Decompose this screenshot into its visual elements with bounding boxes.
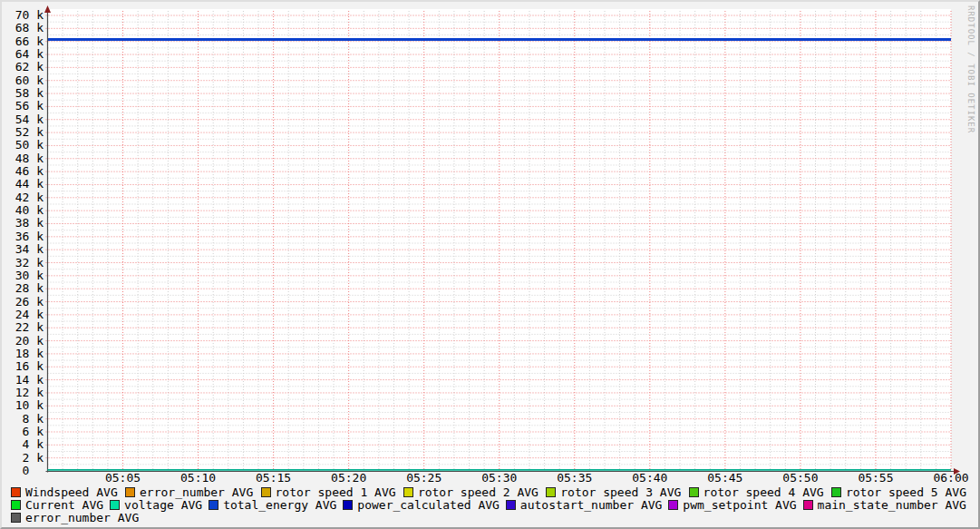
y-tick-label: 44 k xyxy=(15,177,44,191)
y-tick-label: 0 xyxy=(23,464,30,477)
x-tick-label: 05:25 xyxy=(406,471,441,485)
y-tick-label: 42 k xyxy=(15,191,44,204)
legend-color-swatch xyxy=(11,513,21,523)
x-tick-label: 05:35 xyxy=(557,471,592,485)
legend-label: rotor speed 1 AVG xyxy=(276,486,396,498)
legend-item: rotor speed 5 AVG xyxy=(831,486,966,498)
y-tick-label: 38 k xyxy=(15,216,44,230)
legend-color-swatch xyxy=(110,500,120,510)
legend-item: rotor speed 3 AVG xyxy=(546,486,681,498)
legend-color-swatch xyxy=(803,500,813,510)
y-tick-label: 18 k xyxy=(15,347,44,360)
legend-label: error_number AVG xyxy=(25,512,139,524)
legend-color-swatch xyxy=(11,500,21,510)
y-tick-label: 48 k xyxy=(15,152,44,165)
legend-item: voltage AVG xyxy=(110,499,202,511)
x-tick-label: 05:20 xyxy=(331,471,366,485)
y-tick-label: 4 k xyxy=(23,437,44,451)
y-tick-label: 58 k xyxy=(15,86,44,100)
legend-item: power_calculated AVG xyxy=(343,499,500,511)
legend-color-swatch xyxy=(261,487,271,497)
rrdtool-watermark: RRDTOOL / TOBI OETIKER xyxy=(966,5,975,133)
legend-label: error_number AVG xyxy=(140,486,253,498)
legend-color-swatch xyxy=(831,487,841,497)
x-tick-label: 05:55 xyxy=(858,471,893,485)
legend-color-swatch xyxy=(11,487,21,497)
legend-label: Windspeed AVG xyxy=(25,486,118,498)
y-tick-label: 46 k xyxy=(15,164,44,178)
legend-item: error_number AVG xyxy=(125,486,253,498)
y-tick-label: 16 k xyxy=(15,359,44,373)
x-tick-label: 05:50 xyxy=(782,471,818,485)
legend-label: pwm_setpoint AVG xyxy=(683,499,796,511)
y-tick-label: 56 k xyxy=(15,99,44,113)
x-tick-label: 05:30 xyxy=(481,471,517,485)
legend-color-swatch xyxy=(689,487,699,497)
x-tick-label: 05:45 xyxy=(707,471,742,485)
legend-label: main_state_number AVG xyxy=(818,499,966,511)
y-tick-label: 68 k xyxy=(15,21,44,34)
legend-color-swatch xyxy=(668,500,678,510)
y-tick-label: 64 k xyxy=(15,47,44,61)
y-tick-label: 32 k xyxy=(15,256,44,269)
y-tick-label: 2 k xyxy=(23,451,44,465)
legend-label: rotor speed 5 AVG xyxy=(846,486,966,498)
y-tick-label: 34 k xyxy=(15,242,44,256)
legend-color-swatch xyxy=(546,487,556,497)
legend-color-swatch xyxy=(403,487,413,497)
legend-label: Current AVG xyxy=(25,499,103,511)
y-tick-label: 12 k xyxy=(15,386,44,399)
legend-label: power_calculated AVG xyxy=(357,499,500,511)
legend-label: total_energy AVG xyxy=(223,499,336,511)
y-tick-label: 40 k xyxy=(15,203,44,217)
legend-row: error_number AVG xyxy=(2,512,978,524)
y-tick-label: 10 k xyxy=(15,398,44,412)
legend-item: total_energy AVG xyxy=(209,499,336,511)
y-tick-label: 36 k xyxy=(15,230,44,243)
rrd-graph: 70 k68 k66 k64 k62 k60 k58 k56 k54 k52 k… xyxy=(0,0,980,529)
y-tick-label: 6 k xyxy=(23,425,44,438)
legend-color-swatch xyxy=(343,500,353,510)
x-tick-label: 05:15 xyxy=(256,471,291,485)
legend-label: rotor speed 2 AVG xyxy=(418,486,539,498)
y-tick-label: 66 k xyxy=(15,34,44,48)
legend-item: pwm_setpoint AVG xyxy=(668,499,796,511)
y-tick-label: 14 k xyxy=(15,373,44,387)
y-tick-label: 26 k xyxy=(15,295,44,309)
legend-color-swatch xyxy=(209,500,218,510)
x-tick-label: 05:40 xyxy=(632,471,667,485)
chart-canvas: 70 k68 k66 k64 k62 k60 k58 k56 k54 k52 k… xyxy=(2,2,980,529)
legend-label: rotor speed 3 AVG xyxy=(560,486,681,498)
y-tick-label: 8 k xyxy=(23,412,44,426)
legend-label: autostart_number AVG xyxy=(520,499,663,511)
legend-label: rotor speed 4 AVG xyxy=(703,486,824,498)
legend-item: error_number AVG xyxy=(11,512,139,524)
legend-item: rotor speed 4 AVG xyxy=(689,486,824,498)
legend-item: Current AVG xyxy=(11,499,103,511)
legend-item: autostart_number AVG xyxy=(506,499,663,511)
y-tick-label: 20 k xyxy=(15,334,44,348)
x-tick-label: 05:05 xyxy=(105,471,141,485)
y-tick-label: 60 k xyxy=(15,73,44,87)
y-tick-label: 30 k xyxy=(15,269,44,282)
y-tick-label: 50 k xyxy=(15,138,44,152)
legend-color-swatch xyxy=(506,500,516,510)
y-tick-label: 62 k xyxy=(15,60,44,73)
x-tick-label: 05:10 xyxy=(180,471,216,485)
legend-row: Windspeed AVGerror_number AVGrotor speed… xyxy=(2,486,978,498)
legend-item: rotor speed 2 AVG xyxy=(403,486,539,498)
legend-color-swatch xyxy=(125,487,135,497)
legend-row: Current AVGvoltage AVGtotal_energy AVGpo… xyxy=(2,499,978,511)
legend-item: main_state_number AVG xyxy=(803,499,966,511)
y-tick-label: 70 k xyxy=(15,8,44,22)
x-tick-label: 06:00 xyxy=(933,471,968,485)
legend-item: rotor speed 1 AVG xyxy=(261,486,396,498)
legend-label: voltage AVG xyxy=(124,499,202,511)
y-tick-label: 22 k xyxy=(15,320,44,334)
y-tick-label: 28 k xyxy=(15,281,44,295)
y-tick-label: 24 k xyxy=(15,308,44,321)
legend-item: Windspeed AVG xyxy=(11,486,118,498)
y-tick-label: 52 k xyxy=(15,125,44,139)
y-tick-label: 54 k xyxy=(15,113,44,126)
